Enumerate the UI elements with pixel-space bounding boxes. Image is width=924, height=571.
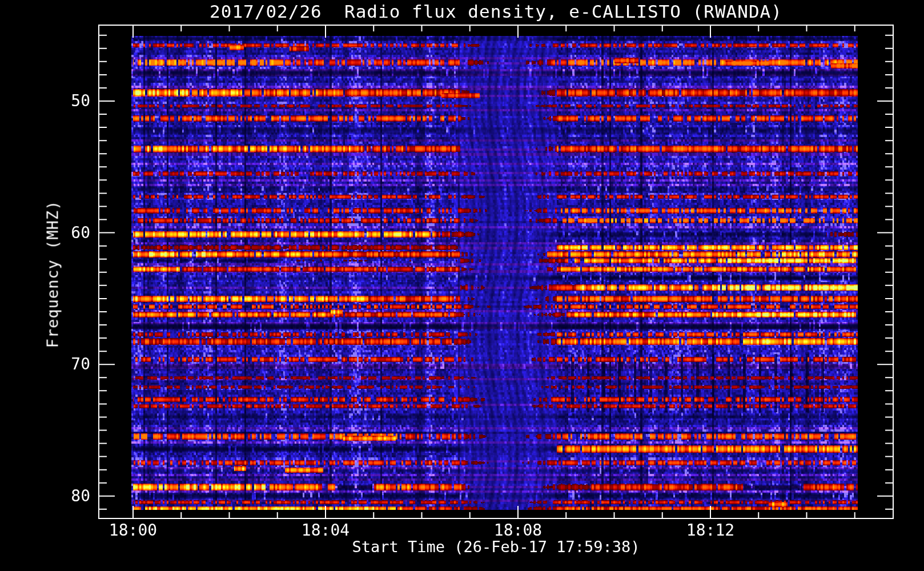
x-tick-label: 18:04 bbox=[274, 521, 377, 540]
y-tick-label: 80 bbox=[27, 486, 90, 505]
y-tick-label: 70 bbox=[27, 355, 90, 373]
plot-title: 2017/02/26 Radio flux density, e-CALLIST… bbox=[99, 1, 893, 22]
spectrogram-canvas bbox=[0, 0, 924, 571]
x-tick-label: 18:00 bbox=[82, 521, 184, 540]
x-axis-title: Start Time (26-Feb-17 17:59:38) bbox=[99, 538, 893, 556]
y-tick-label: 50 bbox=[27, 91, 90, 110]
y-tick-label: 60 bbox=[27, 223, 90, 242]
x-tick-label: 18:08 bbox=[467, 521, 569, 540]
y-axis-title: Frequency (MHZ) bbox=[44, 200, 62, 348]
spectrogram-figure: 2017/02/26 Radio flux density, e-CALLIST… bbox=[0, 0, 924, 571]
x-tick-label: 18:12 bbox=[659, 521, 762, 540]
